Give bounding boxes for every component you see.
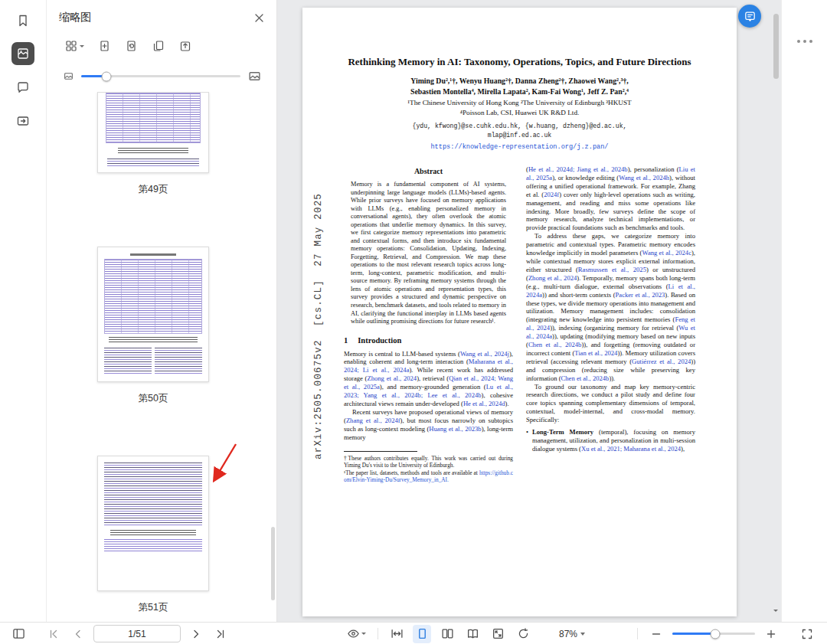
bookmark-icon	[16, 14, 30, 28]
fit-page-button[interactable]	[489, 625, 507, 643]
paper-header: Rethinking Memory in AI: Taxonomy, Opera…	[302, 8, 737, 151]
footnote-rule	[344, 451, 417, 452]
abstract-heading: Abstract	[344, 167, 513, 175]
export-button[interactable]	[11, 110, 34, 132]
extract-page-icon	[179, 40, 191, 52]
view-mode-button[interactable]	[64, 38, 86, 54]
intro-paragraph-1: Memory is central to LLM-based systems (…	[344, 350, 513, 408]
left-column: Abstract Memory is a fundamental compone…	[344, 165, 513, 484]
zoom-slider-fill	[672, 633, 715, 635]
thumbnail-label-49: 第49页	[139, 183, 168, 196]
page-preview-text	[104, 539, 202, 551]
fullscreen-button[interactable]	[798, 625, 816, 643]
zoom-slider-handle[interactable]	[711, 629, 721, 639]
paper-columns: Abstract Memory is a fundamental compone…	[344, 165, 695, 484]
section-title: Introduction	[358, 336, 401, 345]
thumbnail-label-51: 第51页	[139, 601, 168, 614]
right-side-strip	[781, 0, 827, 622]
thumbnail-zoom-row	[64, 70, 261, 83]
thumbnail-page-49[interactable]	[97, 92, 209, 173]
section-1-heading: 1 Introduction	[344, 336, 513, 345]
abstract-text: Memory is a fundamental component of AI …	[351, 181, 506, 326]
zoom-level-dropdown[interactable]: 87%	[559, 629, 585, 639]
thumbnail-size-slider[interactable]	[81, 75, 240, 77]
translate-icon	[744, 10, 757, 23]
thumbnail-label-50: 第50页	[139, 392, 168, 405]
scroll-down-arrow[interactable]	[773, 612, 778, 622]
single-page-view-button[interactable]	[413, 625, 431, 643]
zoom-slider[interactable]	[672, 633, 755, 635]
first-page-icon	[47, 628, 60, 640]
page-preview-column-left	[104, 348, 152, 374]
close-panel-button[interactable]	[250, 9, 267, 26]
first-page-button[interactable]	[44, 625, 63, 643]
export-icon	[16, 114, 30, 128]
comments-button[interactable]	[11, 76, 34, 99]
two-page-view-button[interactable]	[438, 625, 456, 643]
bullet-term: Long-Term Memory	[532, 428, 593, 436]
bookmarks-button[interactable]	[11, 9, 34, 32]
grid-view-icon	[65, 40, 77, 52]
bullet-marker: •	[526, 428, 528, 453]
insert-page-icon	[99, 40, 111, 52]
paper-authors-line1: Yiming Du²,¹†, Wenyu Huang²†, Danna Zhen…	[302, 76, 737, 87]
comment-icon	[16, 80, 30, 94]
book-view-button[interactable]	[463, 625, 482, 643]
single-page-icon	[416, 627, 429, 640]
bottom-toolbar: 1/51	[0, 622, 827, 644]
bullet-text: Long-Term Memory (temporal), focusing on…	[532, 428, 695, 453]
fullscreen-icon	[801, 628, 813, 640]
red-arrow-annotation	[205, 440, 240, 490]
slider-handle[interactable]	[102, 71, 112, 81]
thumbnail-page-51[interactable]	[97, 456, 209, 591]
read-mode-button[interactable]	[344, 625, 368, 643]
document-viewer: arXiv:2505.00675v2 [cs.CL] 27 May 2025 R…	[276, 0, 781, 622]
close-icon	[254, 13, 264, 23]
fit-width-icon	[391, 627, 404, 640]
more-options-button[interactable]	[794, 37, 816, 46]
previous-page-button[interactable]	[69, 625, 87, 643]
thumbnails-icon	[16, 47, 30, 60]
thumbnail-page-50[interactable]	[97, 247, 209, 382]
thumbnail-panel: 缩略图	[47, 0, 277, 622]
zoom-in-button[interactable]	[762, 625, 780, 643]
page-preview-table	[104, 259, 202, 334]
next-page-button[interactable]	[187, 625, 205, 643]
replace-page-button[interactable]	[124, 38, 139, 54]
dot-icon	[809, 40, 812, 43]
copy-page-button[interactable]	[151, 38, 166, 54]
last-page-button[interactable]	[211, 625, 230, 643]
page-number-input[interactable]: 1/51	[93, 625, 181, 642]
section-number: 1	[344, 336, 348, 345]
pdf-page[interactable]: arXiv:2505.00675v2 [cs.CL] 27 May 2025 R…	[302, 8, 737, 616]
fit-width-button[interactable]	[387, 625, 406, 643]
panel-scrollbar[interactable]	[271, 527, 275, 600]
chevron-right-icon	[190, 628, 202, 640]
dot-icon	[797, 40, 800, 43]
extract-page-button[interactable]	[178, 38, 193, 54]
thumbnails-button[interactable]	[11, 42, 34, 65]
viewer-scrollbar[interactable]	[773, 14, 779, 79]
rotate-page-button[interactable]	[514, 625, 532, 643]
paper-homepage-link[interactable]: https://knowledge-representation.org/j.z…	[302, 143, 737, 151]
panel-title: 缩略图	[59, 11, 91, 25]
col2-paragraph-1: (He et al., 2024d; Jiang et al., 2024b),…	[526, 165, 695, 232]
divider	[378, 628, 378, 639]
last-page-icon	[214, 628, 227, 640]
insert-page-button[interactable]	[97, 38, 113, 54]
thumbnail-list: 第49页 第50页	[47, 92, 276, 622]
page-preview-caption	[110, 530, 196, 535]
dot-icon	[803, 40, 806, 43]
paper-affiliations-line2: ⁴Poisson Lab, CSI, Huawei UK R&D Ltd.	[302, 108, 737, 118]
pdf-reader-window: 缩略图	[0, 0, 827, 644]
chevron-down-icon	[80, 45, 84, 47]
col2-paragraph-3: To ground our taxonomy and map key memor…	[526, 383, 695, 425]
page-preview-column-right	[155, 348, 202, 374]
left-toolbar	[0, 0, 47, 622]
zoom-out-button[interactable]	[647, 625, 665, 643]
page-preview-caption	[118, 148, 188, 153]
footnote-dagger: †These authors contributes equally. This…	[344, 455, 513, 469]
ai-assistant-button[interactable]	[738, 5, 761, 28]
toggle-sidebar-button[interactable]	[9, 625, 28, 643]
eye-icon	[347, 627, 360, 640]
